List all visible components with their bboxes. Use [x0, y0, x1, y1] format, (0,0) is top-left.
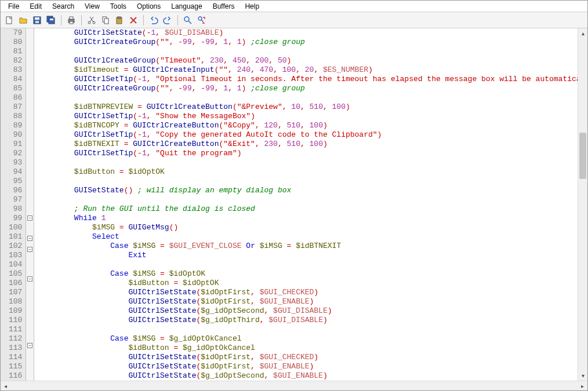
line-number[interactable]: 102 [9, 242, 22, 251]
undo-icon[interactable] [147, 14, 160, 27]
scroll-right-arrow-icon[interactable]: ▸ [578, 383, 587, 389]
code-line[interactable]: GUICtrlSetState($idOptFirst, $GUI_CHECKE… [38, 288, 578, 297]
fold-toggle-icon[interactable]: − [27, 343, 32, 348]
open-file-icon[interactable] [17, 14, 30, 27]
redo-icon[interactable] [161, 14, 174, 27]
code-line[interactable] [38, 260, 578, 269]
code-line[interactable]: GUICtrlSetState($g_idOptSecond, $GUI_DIS… [38, 306, 578, 316]
scroll-thumb[interactable] [579, 133, 586, 179]
fold-toggle-icon[interactable]: − [27, 247, 32, 252]
vertical-scrollbar[interactable]: ▴ ▾ [578, 28, 587, 381]
line-number[interactable]: 82 [9, 56, 22, 65]
line-number[interactable]: 99 [9, 214, 22, 223]
line-number[interactable]: 101 [9, 232, 22, 242]
scroll-down-arrow-icon[interactable]: ▾ [578, 371, 587, 381]
line-number[interactable]: 89 [9, 121, 22, 130]
menu-item-help[interactable]: Help [239, 1, 264, 12]
code-line[interactable]: GUICtrlSetState($g_idOptThird, $GUI_DISA… [38, 316, 578, 325]
fold-toggle-icon[interactable]: − [27, 276, 32, 282]
line-number[interactable]: 94 [9, 167, 22, 177]
line-number[interactable]: 81 [9, 47, 22, 56]
line-number[interactable]: 106 [9, 279, 22, 288]
menu-item-search[interactable]: Search [47, 1, 79, 12]
code-line[interactable]: GUICtrlSetTip(-1, "Copy the generated Au… [38, 130, 578, 140]
code-line[interactable]: GUICtrlSetState($idOptFirst, $GUI_ENABLE… [38, 297, 578, 306]
line-number[interactable]: 113 [9, 344, 22, 353]
code-line[interactable] [38, 158, 578, 167]
line-number[interactable]: 114 [9, 353, 22, 362]
code-line[interactable]: $idButton = $idOptOK [38, 167, 578, 177]
code-line[interactable]: GUICtrlSetState($idOptFirst, $GUI_CHECKE… [38, 353, 578, 362]
code-line[interactable] [38, 195, 578, 204]
save-file-icon[interactable] [31, 14, 43, 27]
fold-toggle-icon[interactable]: − [27, 215, 32, 221]
print-icon[interactable] [65, 14, 78, 27]
code-line[interactable]: Case $iMSG = $idOptOK [38, 269, 578, 279]
code-line[interactable]: GUICtrlSetTip(-1, "Quit the program") [38, 149, 578, 158]
code-line[interactable]: $idTimeout = GUICtrlCreateInput("", 240,… [38, 65, 578, 75]
code-line[interactable]: $idButton = $g_idOptOkCancel [38, 344, 578, 353]
code-line[interactable]: ; Run the GUI until the dialog is closed [38, 204, 578, 214]
line-number[interactable]: 86 [9, 93, 22, 103]
line-number[interactable]: 100 [9, 223, 22, 232]
line-number[interactable]: 80 [9, 38, 22, 47]
line-number[interactable]: 88 [9, 112, 22, 121]
line-number[interactable]: 87 [9, 103, 22, 112]
line-number[interactable]: 115 [9, 362, 22, 371]
copy-icon[interactable] [99, 14, 112, 27]
menu-item-buffers[interactable]: Buffers [208, 1, 240, 12]
code-view[interactable]: GUICtrlSetState(-1, $GUI_DISABLE) GUICtr… [34, 28, 578, 381]
line-number[interactable]: 111 [9, 325, 22, 334]
line-number[interactable]: 84 [9, 75, 22, 84]
line-number[interactable]: 107 [9, 288, 22, 297]
code-line[interactable]: GUICtrlCreateGroup("", -99, -99, 1, 1) ;… [38, 38, 578, 47]
code-line[interactable]: GUICtrlCreateGroup("Timeout", 230, 450, … [38, 56, 578, 65]
line-number[interactable]: 85 [9, 84, 22, 93]
line-number[interactable]: 98 [9, 204, 22, 214]
find-icon[interactable] [182, 14, 194, 27]
code-line[interactable]: GUICtrlSetState($idOptFirst, $GUI_ENABLE… [38, 362, 578, 371]
fold-toggle-icon[interactable]: − [27, 236, 32, 241]
line-number[interactable]: 96 [9, 186, 22, 195]
menu-item-edit[interactable]: Edit [24, 1, 47, 12]
code-line[interactable]: GUICtrlSetState($g_idOptSecond, $GUI_ENA… [38, 371, 578, 381]
line-number[interactable]: 93 [9, 158, 22, 167]
line-number[interactable]: 97 [9, 195, 22, 204]
code-line[interactable]: GUICtrlSetState(-1, $GUI_DISABLE) [38, 28, 578, 38]
line-number[interactable]: 110 [9, 316, 22, 325]
code-line[interactable]: Case $iMSG = $GUI_EVENT_CLOSE Or $iMSG =… [38, 242, 578, 251]
menu-item-tools[interactable]: Tools [105, 1, 132, 12]
code-line[interactable] [38, 325, 578, 334]
fold-column[interactable]: −−−−− [26, 28, 34, 381]
find-replace-icon[interactable] [195, 14, 208, 27]
line-number[interactable]: 112 [9, 334, 22, 344]
code-line[interactable]: $idBTNPREVIEW = GUICtrlCreateButton("&Pr… [38, 103, 578, 112]
delete-icon[interactable] [127, 14, 140, 27]
cut-icon[interactable] [85, 14, 98, 27]
line-number[interactable]: 92 [9, 149, 22, 158]
code-line[interactable] [38, 93, 578, 103]
line-number[interactable]: 108 [9, 297, 22, 306]
code-line[interactable]: Exit [38, 251, 578, 260]
code-line[interactable]: While 1 [38, 214, 578, 223]
line-number[interactable]: 79 [9, 28, 22, 38]
paste-icon[interactable] [113, 14, 126, 27]
line-number[interactable]: 95 [9, 177, 22, 186]
line-number[interactable]: 109 [9, 306, 22, 316]
code-line[interactable]: Select [38, 232, 578, 242]
code-line[interactable]: $idBTNCOPY = GUICtrlCreateButton("&Copy"… [38, 121, 578, 130]
line-number[interactable]: 90 [9, 130, 22, 140]
menu-item-file[interactable]: File [3, 1, 24, 12]
line-number-gutter[interactable]: 7980818283848586878889909192939495969798… [1, 28, 26, 381]
menu-item-language[interactable]: Language [166, 1, 207, 12]
code-line[interactable]: $idButton = $idOptOK [38, 279, 578, 288]
line-number[interactable]: 116 [9, 371, 22, 381]
horizontal-scrollbar[interactable]: ◂ ▸ [1, 381, 587, 390]
code-line[interactable]: $iMSG = GUIGetMsg() [38, 223, 578, 232]
line-number[interactable]: 91 [9, 140, 22, 149]
save-all-icon[interactable] [45, 14, 57, 27]
code-line[interactable]: $idBTNEXIT = GUICtrlCreateButton("&Exit"… [38, 140, 578, 149]
menu-item-view[interactable]: View [79, 1, 105, 12]
line-number[interactable]: 103 [9, 251, 22, 260]
code-line[interactable]: GUISetState() ; will display an empty di… [38, 186, 578, 195]
